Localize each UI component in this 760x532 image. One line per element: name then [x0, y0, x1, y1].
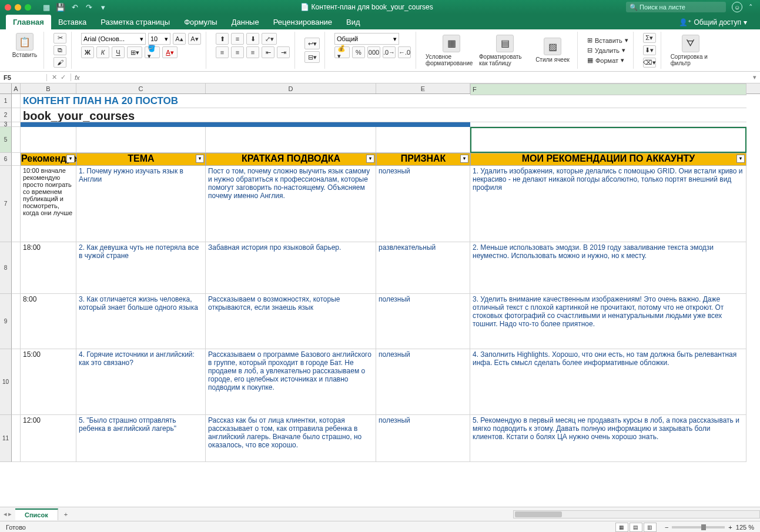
cell-styles-button[interactable]: ▨Стили ячеек	[533, 38, 572, 63]
decrease-font-icon[interactable]: A▾	[188, 33, 201, 45]
sheet-tab-active[interactable]: Список	[15, 508, 58, 520]
minimize-window[interactable]	[15, 4, 21, 11]
row-header[interactable]: 5	[0, 127, 12, 153]
table-cell[interactable]: Рассказываем о возможностях, которые отк…	[206, 294, 376, 349]
italic-button[interactable]: К	[96, 46, 109, 58]
tab-view[interactable]: Вид	[339, 15, 367, 29]
increase-font-icon[interactable]: A▴	[173, 33, 186, 45]
share-button[interactable]: 👤⁺ Общий доступ ▾	[674, 15, 752, 29]
selected-cell-f5[interactable]	[470, 127, 746, 153]
number-format-select[interactable]: Общий▾	[334, 33, 399, 45]
horizontal-scrollbar[interactable]	[513, 510, 760, 518]
currency-icon[interactable]: 💰▾	[334, 46, 350, 58]
align-middle-icon[interactable]: ≡	[231, 33, 244, 45]
font-color-button[interactable]: A▾	[162, 46, 178, 58]
align-center-icon[interactable]: ≡	[231, 46, 244, 58]
wrap-text-icon[interactable]: ↩▾	[304, 38, 320, 49]
table-cell[interactable]: Рассказ как бы от лица клиентки, которая…	[206, 415, 376, 462]
table-header-summary[interactable]: КРАТКАЯ ПОДВОДКА▾	[206, 153, 376, 166]
row-header[interactable]: 6	[0, 153, 12, 166]
zoom-in-button[interactable]: +	[728, 524, 732, 531]
col-header-f[interactable]: F	[470, 83, 746, 95]
fill-color-button[interactable]: 🪣▾	[145, 46, 160, 58]
expand-formula-bar-icon[interactable]: ▾	[749, 73, 760, 81]
col-header-a[interactable]: A	[12, 83, 21, 93]
conditional-formatting-button[interactable]: ▦Условное форматирование	[426, 35, 477, 66]
table-cell[interactable]: развлекательный	[376, 242, 470, 294]
align-left-icon[interactable]: ≡	[216, 46, 229, 58]
table-cell[interactable]: 5. "Было страшно отправлять ребенка в ан…	[76, 415, 206, 462]
bold-button[interactable]: Ж	[81, 46, 94, 58]
row-header[interactable]: 3	[0, 122, 12, 127]
tab-nav-first-icon[interactable]: ◂	[4, 510, 7, 518]
filter-icon[interactable]: ▾	[736, 155, 745, 163]
row-header[interactable]: 8	[0, 242, 12, 294]
increase-indent-icon[interactable]: ⇥	[277, 46, 290, 58]
format-cells-button[interactable]: ▦ Формат ▾	[587, 56, 628, 64]
row-header[interactable]: 7	[0, 166, 12, 242]
merge-cells-icon[interactable]: ⊟▾	[304, 51, 320, 63]
user-account-icon[interactable]: ☺	[732, 2, 742, 12]
maximize-window[interactable]	[25, 4, 31, 11]
comma-icon[interactable]: 000	[367, 46, 380, 58]
table-header-tag[interactable]: ПРИЗНАК▾	[376, 153, 470, 166]
tab-page-layout[interactable]: Разметка страницы	[93, 15, 177, 29]
view-normal-icon[interactable]: ▦	[615, 523, 628, 532]
name-box[interactable]: F5	[0, 74, 47, 81]
add-sheet-button[interactable]: +	[58, 509, 73, 520]
view-page-layout-icon[interactable]: ▤	[630, 523, 642, 532]
col-header-d[interactable]: D	[206, 83, 376, 93]
tab-home[interactable]: Главная	[6, 15, 51, 29]
filter-icon[interactable]: ▾	[460, 155, 468, 163]
table-cell[interactable]: 8:00	[21, 294, 76, 349]
redo-icon[interactable]: ↷	[84, 2, 93, 12]
table-cell[interactable]: 3. Уделить внимание качественным изображ…	[470, 294, 746, 349]
col-header-b[interactable]: B	[21, 83, 76, 93]
cancel-formula-icon[interactable]: ✕	[52, 73, 57, 81]
table-cell[interactable]: полезный	[376, 349, 470, 415]
view-page-break-icon[interactable]: ▥	[644, 523, 657, 532]
select-all-corner[interactable]	[0, 83, 12, 94]
table-cell[interactable]: 12:00	[21, 415, 76, 462]
decrease-indent-icon[interactable]: ⇤	[262, 46, 274, 58]
table-cell[interactable]: 4. Заполнить Highlights. Хорошо, что они…	[470, 349, 746, 415]
format-as-table-button[interactable]: ▤Форматировать как таблицу	[479, 35, 531, 66]
table-cell[interactable]: 1. Почему нужно изучать язык в Англии	[76, 166, 206, 242]
autosum-icon[interactable]: Σ▾	[643, 33, 656, 43]
delete-cells-button[interactable]: ⊟ Удалить ▾	[587, 46, 628, 54]
align-right-icon[interactable]: ≡	[246, 46, 259, 58]
borders-button[interactable]: ⊞▾	[127, 46, 142, 58]
save-icon[interactable]: 💾	[56, 2, 65, 12]
table-cell[interactable]: полезный	[376, 166, 470, 242]
table-cell[interactable]: полезный	[376, 294, 470, 349]
row-header[interactable]: 10	[0, 349, 12, 415]
table-cell[interactable]: 15:00	[21, 349, 76, 415]
table-cell[interactable]: 4. Горячие источники и английский: как э…	[76, 349, 206, 415]
orientation-icon[interactable]: ⤢▾	[262, 33, 277, 45]
increase-decimal-icon[interactable]: .0→	[383, 46, 396, 58]
fill-icon[interactable]: ⬇▾	[643, 45, 656, 55]
col-header-e[interactable]: E	[376, 83, 470, 93]
table-cell[interactable]: 2. Меньше использовать эмодзи. В 2019 го…	[470, 242, 746, 294]
tab-insert[interactable]: Вставка	[51, 15, 93, 29]
decrease-decimal-icon[interactable]: ←.0	[398, 46, 411, 58]
filter-icon[interactable]: ▾	[366, 155, 374, 163]
tab-formulas[interactable]: Формулы	[177, 15, 225, 29]
table-cell[interactable]: 18:00	[21, 242, 76, 294]
table-header-topic[interactable]: ТЕМА▾	[76, 153, 206, 166]
sort-filter-button[interactable]: ᗊСортировка и фильтр	[671, 35, 711, 66]
zoom-slider[interactable]	[672, 526, 725, 528]
confirm-formula-icon[interactable]: ✓	[61, 73, 66, 81]
cut-icon[interactable]: ✂	[53, 33, 66, 44]
row-header[interactable]: 9	[0, 294, 12, 349]
row-header[interactable]: 11	[0, 415, 12, 462]
table-header-recs[interactable]: МОИ РЕКОМЕНДАЦИИ ПО АККАУНТУ▾	[470, 153, 746, 166]
underline-button[interactable]: Ч	[112, 46, 125, 58]
insert-cells-button[interactable]: ⊞ Вставить ▾	[587, 36, 628, 44]
table-cell[interactable]: Забавная история про языковой барьер.	[206, 242, 376, 294]
row-header[interactable]: 1	[0, 94, 12, 108]
search-input[interactable]: 🔍 Поиск на листе	[626, 2, 726, 12]
spreadsheet-grid[interactable]: A B C D E F 1 КОНТЕНТ ПЛАН НА 20 ПОСТОВ …	[0, 83, 760, 507]
clear-icon[interactable]: ⌫▾	[643, 58, 656, 68]
window-icon[interactable]: ▦	[42, 2, 51, 12]
